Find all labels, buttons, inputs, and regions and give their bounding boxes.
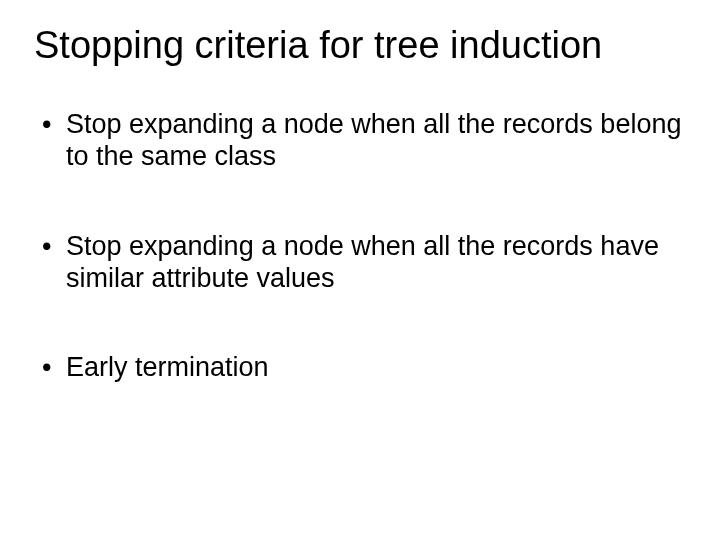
slide-title: Stopping criteria for tree induction <box>34 24 686 67</box>
bullet-item: Stop expanding a node when all the recor… <box>42 231 682 295</box>
bullet-item: Stop expanding a node when all the recor… <box>42 109 682 173</box>
bullet-item: Early termination <box>42 352 682 384</box>
bullet-list: Stop expanding a node when all the recor… <box>34 109 686 384</box>
